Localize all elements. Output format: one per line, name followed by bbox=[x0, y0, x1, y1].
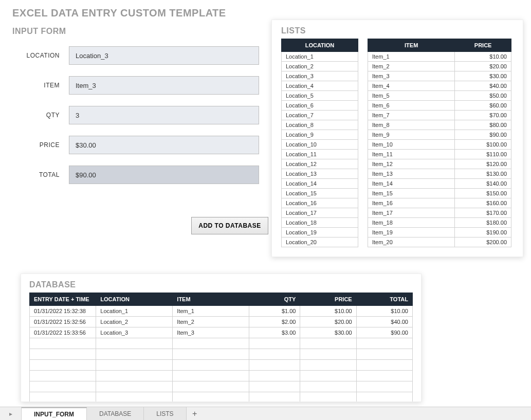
db-cell-total: $10.00 bbox=[356, 306, 412, 317]
db-cell-location: Location_3 bbox=[96, 327, 173, 338]
database-panel: DATABASE ENTRY DATE + TIME LOCATION ITEM… bbox=[21, 273, 422, 402]
item-price-cell: $110.00 bbox=[455, 150, 511, 159]
tab-add-button[interactable]: + bbox=[187, 407, 203, 420]
form-row-total: TOTAL $90.00 bbox=[12, 166, 259, 184]
input-form-heading: INPUT FORM bbox=[12, 27, 259, 36]
db-hdr-entry: ENTRY DATE + TIME bbox=[30, 293, 96, 306]
locations-header: LOCATION bbox=[282, 39, 358, 52]
item-price-cell: $20.00 bbox=[455, 62, 511, 71]
label-location: LOCATION bbox=[12, 52, 69, 59]
lists-panel: LISTS LOCATION Location_1Location_2Locat… bbox=[271, 20, 523, 257]
input-price[interactable]: $30.00 bbox=[69, 136, 259, 154]
item-price-cell: $70.00 bbox=[455, 111, 511, 120]
location-cell: Location_16 bbox=[282, 198, 358, 208]
location-cell: Location_7 bbox=[282, 111, 358, 120]
table-row: 01/31/2022 15:32:38Location_1Item_1$1.00… bbox=[30, 306, 413, 317]
location-cell: Location_12 bbox=[282, 159, 358, 169]
db-cell-qty: $3.00 bbox=[249, 327, 300, 338]
item-price-cell: $160.00 bbox=[455, 198, 511, 208]
location-cell: Location_13 bbox=[282, 169, 358, 179]
table-row: 01/31/2022 15:33:56Location_3Item_3$3.00… bbox=[30, 327, 413, 338]
item-name-cell: Item_19 bbox=[368, 228, 455, 238]
db-hdr-price: PRICE bbox=[300, 293, 356, 306]
location-cell: Location_4 bbox=[282, 81, 358, 91]
item-price-cell: $150.00 bbox=[455, 189, 511, 198]
form-row-item: ITEM Item_3 bbox=[12, 76, 259, 95]
tab-nav-prev-icon[interactable]: ▸ bbox=[0, 407, 22, 420]
location-cell: Location_20 bbox=[282, 238, 358, 247]
item-name-cell: Item_17 bbox=[368, 208, 455, 218]
table-row-blank bbox=[30, 360, 413, 371]
table-row-blank bbox=[30, 392, 413, 403]
location-cell: Location_15 bbox=[282, 189, 358, 198]
item-name-cell: Item_16 bbox=[368, 198, 455, 208]
form-row-qty: QTY 3 bbox=[12, 106, 259, 124]
item-name-cell: Item_8 bbox=[368, 120, 455, 130]
item-price-cell: $40.00 bbox=[455, 81, 511, 91]
price-header: PRICE bbox=[455, 39, 511, 52]
item-name-cell: Item_11 bbox=[368, 150, 455, 159]
db-cell-entry: 01/31/2022 15:32:38 bbox=[30, 306, 96, 317]
items-header: ITEM bbox=[368, 39, 455, 52]
item-name-cell: Item_1 bbox=[368, 52, 455, 62]
sheet-tab-database[interactable]: DATABASE bbox=[87, 407, 144, 420]
db-cell-item: Item_2 bbox=[173, 317, 249, 327]
item-price-cell: $90.00 bbox=[455, 130, 511, 140]
items-table: ITEM PRICE Item_1$10.00Item_2$20.00Item_… bbox=[368, 39, 511, 247]
item-name-cell: Item_10 bbox=[368, 140, 455, 150]
item-name-cell: Item_15 bbox=[368, 189, 455, 198]
location-cell: Location_3 bbox=[282, 71, 358, 81]
location-cell: Location_10 bbox=[282, 140, 358, 150]
location-cell: Location_11 bbox=[282, 150, 358, 159]
item-name-cell: Item_7 bbox=[368, 111, 455, 120]
input-total: $90.00 bbox=[69, 166, 259, 184]
item-price-cell: $130.00 bbox=[455, 169, 511, 179]
location-cell: Location_9 bbox=[282, 130, 358, 140]
item-price-cell: $180.00 bbox=[455, 218, 511, 228]
db-cell-entry: 01/31/2022 15:32:56 bbox=[30, 317, 96, 327]
form-row-price: PRICE $30.00 bbox=[12, 136, 259, 154]
item-price-cell: $80.00 bbox=[455, 120, 511, 130]
location-cell: Location_18 bbox=[282, 218, 358, 228]
sheet-tab-lists[interactable]: LISTS bbox=[144, 407, 186, 420]
page-title: EXCEL DATA ENTRY CUSTOM TEMPLATE bbox=[0, 0, 531, 19]
location-cell: Location_6 bbox=[282, 101, 358, 111]
item-name-cell: Item_6 bbox=[368, 101, 455, 111]
label-qty: QTY bbox=[12, 112, 69, 119]
sheet-tab-input_form[interactable]: INPUT_FORM bbox=[22, 407, 87, 420]
db-hdr-item: ITEM bbox=[173, 293, 249, 306]
item-price-cell: $140.00 bbox=[455, 179, 511, 189]
sheet-tabs: ▸ INPUT_FORMDATABASELISTS + bbox=[0, 407, 531, 420]
item-price-cell: $60.00 bbox=[455, 101, 511, 111]
input-location[interactable]: Location_3 bbox=[69, 46, 259, 65]
input-item[interactable]: Item_3 bbox=[69, 76, 259, 95]
location-cell: Location_17 bbox=[282, 208, 358, 218]
label-price: PRICE bbox=[12, 141, 69, 149]
db-cell-total: $90.00 bbox=[356, 327, 412, 338]
database-heading: DATABASE bbox=[29, 280, 413, 289]
db-cell-item: Item_3 bbox=[173, 327, 249, 338]
item-name-cell: Item_5 bbox=[368, 91, 455, 101]
item-price-cell: $120.00 bbox=[455, 159, 511, 169]
location-cell: Location_1 bbox=[282, 52, 358, 62]
table-row-blank bbox=[30, 371, 413, 381]
item-price-cell: $10.00 bbox=[455, 52, 511, 62]
db-cell-qty: $2.00 bbox=[249, 317, 300, 327]
location-cell: Location_14 bbox=[282, 179, 358, 189]
location-cell: Location_5 bbox=[282, 91, 358, 101]
item-name-cell: Item_4 bbox=[368, 81, 455, 91]
db-cell-price: $10.00 bbox=[300, 306, 356, 317]
locations-table: LOCATION Location_1Location_2Location_3L… bbox=[281, 39, 358, 247]
db-cell-total: $40.00 bbox=[356, 317, 412, 327]
item-price-cell: $200.00 bbox=[455, 238, 511, 247]
input-qty[interactable]: 3 bbox=[69, 106, 259, 124]
item-price-cell: $50.00 bbox=[455, 91, 511, 101]
add-to-database-button[interactable]: ADD TO DATABASE bbox=[191, 217, 268, 234]
label-total: TOTAL bbox=[12, 171, 69, 178]
item-name-cell: Item_20 bbox=[368, 238, 455, 247]
item-name-cell: Item_3 bbox=[368, 71, 455, 81]
table-row-blank bbox=[30, 381, 413, 392]
db-cell-qty: $1.00 bbox=[249, 306, 300, 317]
location-cell: Location_2 bbox=[282, 62, 358, 71]
location-cell: Location_8 bbox=[282, 120, 358, 130]
